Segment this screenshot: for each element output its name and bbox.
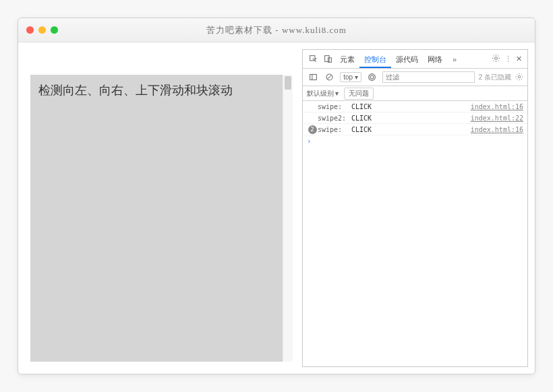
filter-input[interactable] [382,71,475,83]
log-value: CLICK [351,103,471,110]
chevron-down-icon: ▾ [355,73,358,81]
tab-console[interactable]: 控制台 [359,50,391,68]
inspect-icon[interactable] [305,50,320,68]
console-row: swipe:CLICKindex.html:16 [303,101,527,112]
context-selector[interactable]: top▾ [340,72,361,82]
clear-console-icon[interactable] [324,73,337,81]
kebab-icon[interactable]: ⋮ [504,55,512,63]
console-levelbar: 默认级别▾ 无问题 [303,86,527,101]
svg-point-10 [518,75,520,77]
log-source-link[interactable]: index.html:22 [471,115,523,122]
svg-rect-1 [324,56,329,62]
titlebar: 苦力吧素材下载 - www.kuli8.com [18,18,535,42]
console-prompt[interactable]: › [303,135,527,147]
vertical-scrollbar[interactable] [283,75,293,362]
hidden-count: 2 条已隐藏 [479,73,511,82]
devtools-panel: 元素 控制台 源代码 网络 » ⋮ ✕ top▾ 2 条已隐藏 [302,49,528,367]
log-value: CLICK [351,126,471,133]
tab-sources[interactable]: 源代码 [391,50,423,68]
log-key: swipe2: [318,115,351,122]
console-row: 2swipe:CLICKindex.html:16 [303,124,527,135]
log-key: swipe: [318,103,351,110]
issues-button[interactable]: 无问题 [344,88,374,100]
browser-window: 苦力吧素材下载 - www.kuli8.com 检测向左、向右、上下滑动和块滚动… [18,18,535,374]
svg-point-8 [370,75,374,79]
chevron-down-icon: ▾ [335,90,339,97]
log-level-selector[interactable]: 默认级别▾ [307,89,339,98]
settings-icon[interactable] [492,54,500,64]
log-value: CLICK [351,115,471,122]
log-source-link[interactable]: index.html:16 [471,126,523,133]
page-heading: 检测向左、向右、上下滑动和块滚动 [38,81,274,100]
page-pane: 检测向左、向右、上下滑动和块滚动 [25,49,298,367]
repeat-badge: 2 [307,125,318,134]
devtools-tabbar: 元素 控制台 源代码 网络 » ⋮ ✕ [303,50,527,69]
live-expression-icon[interactable] [366,73,378,81]
svg-line-7 [328,75,332,79]
svg-rect-4 [310,74,316,79]
svg-point-3 [495,57,498,60]
tab-elements[interactable]: 元素 [335,50,359,68]
console-sidebar-icon[interactable] [307,73,320,81]
window-title: 苦力吧素材下载 - www.kuli8.com [18,24,535,36]
console-settings-icon[interactable] [515,73,523,82]
console-output: swipe:CLICKindex.html:16swipe2:CLICKinde… [303,101,527,366]
tab-network[interactable]: 网络 [423,50,447,68]
console-row: swipe2:CLICKindex.html:22 [303,112,527,124]
page-viewport[interactable]: 检测向左、向右、上下滑动和块滚动 [30,75,283,362]
window-body: 检测向左、向右、上下滑动和块滚动 元素 控制台 源代码 网络 » ⋮ ✕ [18,42,535,374]
close-devtools-icon[interactable]: ✕ [516,55,522,63]
more-tabs-icon[interactable]: » [447,50,462,68]
svg-point-9 [368,74,375,81]
console-filterbar: top▾ 2 条已隐藏 [303,69,527,86]
log-key: swipe: [318,126,351,133]
device-toggle-icon[interactable] [320,50,335,68]
log-source-link[interactable]: index.html:16 [471,103,523,110]
